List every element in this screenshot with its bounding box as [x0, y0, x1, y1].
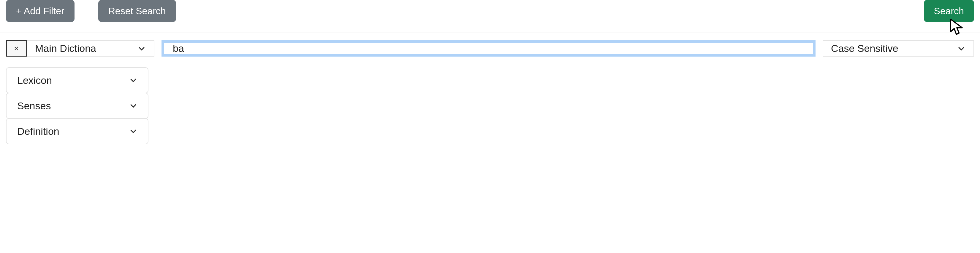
- panel-definition[interactable]: Definition: [6, 118, 148, 144]
- chevron-down-icon: [129, 76, 137, 84]
- chevron-down-icon: [138, 45, 145, 52]
- panel-label: Lexicon: [17, 75, 52, 86]
- case-select-value: Case Sensitive: [831, 43, 898, 54]
- chevron-down-icon: [129, 127, 137, 135]
- search-input[interactable]: [162, 40, 816, 57]
- side-filter-panels: Lexicon Senses Definition: [6, 67, 148, 144]
- search-filter-panel: + Add Filter Reset Search Search × Main …: [0, 0, 980, 144]
- reset-search-button[interactable]: Reset Search: [98, 0, 176, 22]
- filter-row: × Main Dictiona Case Sensitive: [0, 33, 980, 57]
- chevron-down-icon: [129, 102, 137, 110]
- add-filter-button[interactable]: + Add Filter: [6, 0, 75, 22]
- case-sensitive-select[interactable]: Case Sensitive: [822, 40, 974, 57]
- search-input-wrap: [162, 40, 816, 57]
- remove-filter-button[interactable]: ×: [6, 40, 27, 57]
- search-button[interactable]: Search: [924, 0, 974, 22]
- panel-senses[interactable]: Senses: [6, 93, 148, 119]
- chevron-down-icon: [958, 45, 965, 52]
- field-select[interactable]: Main Dictiona: [27, 40, 154, 57]
- panel-lexicon[interactable]: Lexicon: [6, 67, 148, 93]
- panel-label: Senses: [17, 100, 51, 112]
- toolbar: + Add Filter Reset Search Search: [0, 0, 980, 33]
- close-icon: ×: [14, 44, 19, 53]
- panel-label: Definition: [17, 126, 59, 137]
- field-select-value: Main Dictiona: [35, 43, 132, 54]
